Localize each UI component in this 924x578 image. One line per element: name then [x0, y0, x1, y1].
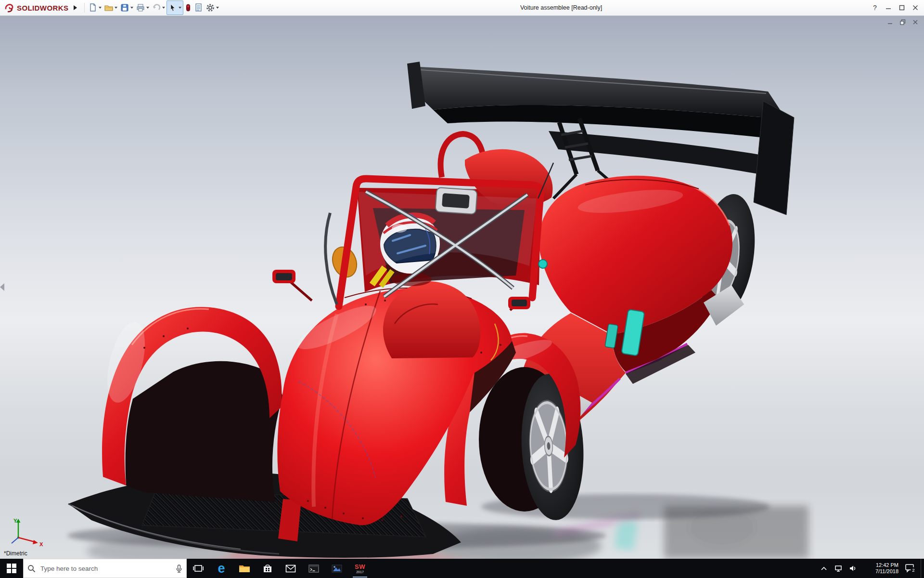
file-explorer-button[interactable]	[233, 559, 256, 578]
close-icon	[912, 5, 918, 11]
rebuild-icon	[185, 3, 192, 12]
file-properties-icon	[194, 3, 203, 12]
minimize-button[interactable]	[882, 2, 895, 13]
dropdown-caret-icon[interactable]	[162, 7, 165, 9]
taskbar-search[interactable]	[23, 559, 187, 578]
solidworks-taskbar-button[interactable]: SW 2017	[348, 559, 372, 578]
doc-restore-button[interactable]	[898, 18, 908, 26]
store-icon	[262, 563, 273, 574]
minimize-icon	[887, 19, 894, 26]
front-left-fender[interactable]	[100, 307, 283, 502]
network-button[interactable]	[831, 559, 846, 578]
select-button[interactable]	[167, 0, 183, 15]
taskbar-clock[interactable]: 12:42 PM 7/11/2018	[860, 559, 900, 578]
print-icon	[136, 3, 145, 12]
window-title: Voiture assemblee [Read-only]	[520, 0, 602, 15]
running-app-indicator	[353, 577, 367, 578]
options-button[interactable]	[205, 1, 220, 14]
undo-icon	[152, 3, 161, 12]
brand-text: SOLIDWORKS	[17, 4, 68, 12]
cowl-intake[interactable]	[435, 187, 477, 214]
select-cursor-icon	[168, 3, 177, 12]
chevron-up-icon	[821, 566, 827, 571]
sw-logo-text: SW	[355, 564, 365, 570]
notification-badge: 2	[912, 567, 914, 573]
clock-time: 12:42 PM	[876, 562, 898, 568]
volume-button[interactable]	[846, 559, 860, 578]
ethernet-icon	[834, 565, 842, 572]
doc-close-button[interactable]	[911, 18, 920, 26]
window-controls: ?	[868, 0, 922, 15]
menu-flyout-button[interactable]	[71, 3, 79, 13]
document-window-controls	[886, 18, 920, 26]
dropdown-caret-icon[interactable]	[179, 7, 181, 9]
gear-icon	[206, 3, 215, 12]
reference-triad[interactable]: Y X	[6, 516, 46, 548]
dropdown-caret-icon[interactable]	[216, 7, 219, 9]
show-desktop-button[interactable]	[921, 559, 924, 578]
ds-logo-icon	[4, 2, 14, 13]
clock-date: 7/11/2018	[875, 568, 898, 575]
dropdown-caret-icon[interactable]	[130, 7, 133, 9]
rebuild-button[interactable]	[183, 1, 193, 14]
microphone-icon[interactable]	[176, 565, 182, 573]
flyout-arrow-icon	[74, 5, 77, 10]
open-button[interactable]	[103, 1, 119, 14]
new-document-icon	[89, 3, 97, 12]
hidden-icons-button[interactable]	[817, 559, 831, 578]
command-prompt-button[interactable]	[302, 559, 325, 578]
edge-browser-button[interactable]: e	[210, 559, 233, 578]
start-button[interactable]	[0, 559, 23, 578]
mail-button[interactable]	[279, 559, 302, 578]
dropdown-caret-icon[interactable]	[146, 7, 149, 9]
speaker-icon	[849, 565, 857, 572]
windows-logo-icon	[6, 563, 17, 574]
print-button[interactable]	[135, 1, 151, 14]
file-properties-button[interactable]	[193, 1, 205, 14]
task-view-icon	[193, 564, 204, 573]
command-prompt-icon	[308, 565, 319, 573]
triad-y-label: Y	[13, 518, 17, 524]
cockpit-cyan-fitting	[539, 260, 547, 268]
view-orientation-label: *Dimetric	[4, 550, 27, 557]
help-button[interactable]: ?	[868, 2, 882, 13]
action-center-button[interactable]: 2	[900, 559, 921, 578]
solidworks-logo: SOLIDWORKS	[0, 2, 71, 13]
sw-year-text: 2017	[356, 570, 364, 574]
doc-minimize-button[interactable]	[886, 18, 895, 26]
maximize-button[interactable]	[895, 2, 909, 13]
cockpit[interactable]	[272, 134, 553, 360]
search-input[interactable]	[39, 565, 172, 573]
action-center-icon: 2	[905, 563, 916, 574]
titlebar: SOLIDWORKS	[0, 0, 924, 16]
screen: { "window": { "brand": "SOLIDWORKS", "ti…	[0, 0, 924, 578]
open-folder-icon	[104, 3, 113, 12]
photos-icon	[332, 565, 342, 573]
system-tray: 12:42 PM 7/11/2018 2	[817, 559, 924, 578]
left-mirror[interactable]	[272, 270, 312, 301]
mail-icon	[285, 565, 296, 573]
minimize-icon	[886, 5, 891, 11]
restore-icon	[899, 19, 906, 26]
search-icon	[27, 565, 36, 573]
right-mirror[interactable]	[508, 297, 530, 310]
toolbar-separator	[84, 3, 85, 13]
close-button[interactable]	[909, 2, 922, 13]
triad-x-label: X	[39, 541, 43, 547]
photos-app-button[interactable]	[325, 559, 348, 578]
new-document-button[interactable]	[87, 1, 103, 14]
car-3d-model[interactable]	[0, 15, 924, 559]
undo-button[interactable]	[151, 1, 167, 14]
close-icon	[912, 19, 919, 26]
edge-icon: e	[218, 562, 225, 575]
save-button[interactable]	[119, 1, 135, 14]
graphics-area[interactable]: Y X *Dimetric	[0, 15, 924, 559]
windows-taskbar: e	[0, 559, 924, 578]
solidworks-2017-icon: SW 2017	[355, 564, 365, 574]
dropdown-caret-icon[interactable]	[115, 7, 117, 9]
file-explorer-icon	[239, 564, 250, 573]
task-view-button[interactable]	[187, 559, 210, 578]
dropdown-caret-icon[interactable]	[99, 7, 102, 9]
store-button[interactable]	[256, 559, 279, 578]
featuremanager-collapse-arrow[interactable]	[0, 283, 4, 291]
